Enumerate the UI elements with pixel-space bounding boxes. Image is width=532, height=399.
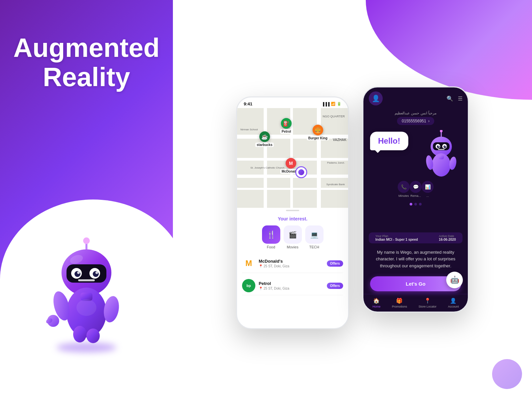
- nav-store-locator[interactable]: 📍 Store Locator: [419, 298, 437, 308]
- phone-number-text: 01555556951: [402, 119, 426, 123]
- map-road-v3: [317, 108, 321, 208]
- your-interest-title: Your interest.: [242, 216, 343, 221]
- battery-icon: 🔋: [337, 102, 341, 106]
- nav-promotions[interactable]: 🎁 Promotions: [392, 298, 407, 308]
- menu-icon[interactable]: ☰: [458, 95, 463, 102]
- mcdonalds-offers-badge[interactable]: Offers: [327, 260, 343, 267]
- map-road-v1: [264, 108, 267, 208]
- svg-point-20: [73, 326, 86, 342]
- user-location-pin: [295, 166, 307, 178]
- nav-home[interactable]: 🏠 Home: [372, 298, 380, 308]
- wifi-icon: 📶: [331, 102, 335, 106]
- burgerking-pin-label: Burger King: [307, 136, 329, 140]
- remaining-icon: 💬: [410, 181, 422, 193]
- other-label: ...: [422, 194, 434, 198]
- svg-point-11: [91, 269, 94, 272]
- greeting-section: مرحباً انس حسن عبدالعظيم 01555556951 ›: [363, 109, 468, 128]
- stats-row: 📞 Minutes 💬 Rema... 📊 ...: [392, 178, 439, 200]
- chevron-right-icon: ›: [428, 119, 430, 123]
- category-tech[interactable]: 💻 TECH: [305, 225, 324, 249]
- floating-bot-button[interactable]: 🤖: [446, 272, 463, 288]
- avatar-icon: 👤: [372, 94, 380, 102]
- home-icon: 🏠: [373, 298, 380, 304]
- date-value: 16-06-2020: [439, 238, 456, 241]
- stat-remaining: 💬 Rema...: [410, 181, 422, 198]
- minutes-label: Minutes: [398, 194, 410, 198]
- location-item-mcdonalds[interactable]: M McDonald's 📍 25 ST, Doki, Giza Offers: [242, 254, 343, 273]
- dot-3: [419, 203, 422, 205]
- svg-point-8: [77, 271, 80, 274]
- title-line1: Augmented: [13, 33, 160, 63]
- map-pin-starbucks: ☕ starbucks: [255, 131, 274, 147]
- petrol-offers-badge[interactable]: Offers: [327, 283, 343, 289]
- account-nav-label: Account: [448, 305, 459, 308]
- dark-bottom-nav: 🏠 Home 🎁 Promotions 📍 Store Locator 👤 Ac…: [363, 294, 468, 312]
- svg-point-10: [73, 269, 75, 272]
- petrol-address: 📍 25 ST, Doki, Giza: [259, 287, 324, 290]
- mini-robot-illustration: [421, 130, 461, 177]
- map-label-church: St. Joseph's Catholic Church: [250, 166, 284, 169]
- greeting-text: مرحباً انس حسن عبدالعظيم: [369, 111, 463, 115]
- location-list: M McDonald's 📍 25 ST, Doki, Giza Offers: [242, 254, 343, 295]
- account-icon: 👤: [450, 298, 457, 304]
- bot-icon: 🤖: [450, 276, 459, 284]
- left-panel: Augmented Reality: [0, 0, 173, 399]
- svg-point-24: [440, 130, 443, 132]
- promotions-nav-label: Promotions: [392, 305, 407, 308]
- robot-svg: [40, 236, 133, 349]
- nav-account[interactable]: 👤 Account: [448, 298, 459, 308]
- robot-shadow: [57, 342, 116, 352]
- mcdonalds-logo: M: [242, 257, 255, 270]
- starbucks-pin-label: starbucks: [255, 143, 274, 147]
- petrol-info: Petrol 📍 25 ST, Doki, Giza: [259, 281, 324, 290]
- dot-2: [414, 203, 417, 205]
- tech-category-label: TECH: [309, 245, 319, 249]
- category-movies[interactable]: 🎬 Movies: [284, 225, 302, 249]
- home-nav-label: Home: [372, 305, 380, 308]
- dots-pagination: [410, 203, 422, 205]
- plan-info-bar: Your Plan Indian MCI - Super 1 speed Act…: [369, 232, 463, 243]
- signal-icon: ▐▐▐: [322, 102, 330, 106]
- map-pin-petrol: ⛽ Petrol: [280, 118, 292, 134]
- map-pin-burgerking: 🍔 Burger King: [307, 125, 329, 140]
- petrol-address-text: 25 ST, Doki, Giza: [264, 287, 289, 290]
- petrol-logo: bp: [242, 279, 255, 292]
- category-food[interactable]: 🍴 Food: [262, 225, 280, 249]
- right-panel: 9:41 ▐▐▐ 📶 🔋 NGO QUARTER VAZHA: [173, 0, 532, 399]
- food-icon: 🍴: [267, 230, 276, 239]
- phone-number-pill[interactable]: 01555556951 ›: [397, 117, 434, 125]
- mcdonalds-address: 📍 25 ST, Doki, Giza: [259, 264, 324, 268]
- greeting-arabic: مرحباً انس حسن عبدالعظيم: [395, 111, 436, 115]
- search-icon[interactable]: 🔍: [447, 95, 453, 102]
- title-line2: Reality: [43, 62, 130, 92]
- mcdonalds-name: McDonald's: [259, 259, 324, 264]
- hero-title: Augmented Reality: [13, 33, 160, 92]
- petrol-pin-icon: 📍: [259, 287, 263, 290]
- burgerking-pin-icon: 🍔: [313, 125, 323, 135]
- food-category-icon-box: 🍴: [262, 225, 280, 244]
- movies-category-icon-box: 🎬: [284, 225, 302, 244]
- phone-left-mockup: 9:41 ▐▐▐ 📶 🔋 NGO QUARTER VAZHA: [236, 96, 349, 329]
- map-label-ngo-quarter: NGO QUARTER: [323, 115, 345, 118]
- stat-other: 📊 ...: [422, 181, 434, 198]
- map-label-nirman: Nirman School: [240, 128, 258, 131]
- stat-minutes: 📞 Minutes: [398, 181, 410, 198]
- tech-category-icon-box: 💻: [305, 225, 324, 244]
- map-label-vazhak: VAZHAK: [333, 138, 346, 142]
- mcd-m-icon: M: [245, 259, 252, 268]
- map-area: NGO QUARTER VAZHAK Nirman School St. Jos…: [237, 108, 348, 208]
- dot-1: [410, 203, 412, 205]
- hello-text: Hello!: [378, 136, 400, 145]
- svg-point-9: [95, 271, 98, 274]
- mcdonalds-address-text: 25 ST, Doki, Giza: [264, 264, 289, 268]
- hello-speech-bubble: Hello!: [370, 132, 408, 150]
- minutes-icon: 📞: [398, 181, 410, 193]
- map-label-padamu: Padamu Junct.: [327, 161, 345, 164]
- plan-value: Indian MCI - Super 1 speed: [375, 238, 418, 241]
- location-item-petrol[interactable]: bp Petrol 📍 25 ST, Doki, Giza Offers: [242, 276, 343, 295]
- svg-point-1: [83, 237, 90, 244]
- date-col: Active Date 16-06-2020: [439, 234, 456, 241]
- map-pin-user: [295, 166, 307, 178]
- status-icons: ▐▐▐ 📶 🔋: [322, 102, 341, 106]
- movies-category-label: Movies: [287, 245, 299, 249]
